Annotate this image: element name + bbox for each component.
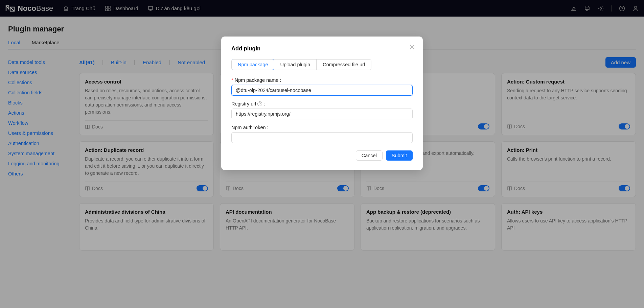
package-name-input[interactable] [231, 85, 413, 96]
label-auth-token: Npm authToken: [231, 125, 413, 130]
submit-button[interactable]: Submit [386, 150, 413, 161]
segment-npm[interactable]: Npm package [231, 59, 274, 70]
close-icon[interactable] [409, 44, 415, 51]
registry-url-input[interactable] [231, 109, 413, 119]
segment-compressed[interactable]: Compressed file url [317, 60, 371, 70]
label-package-name: * Npm package name: [231, 77, 413, 83]
segment-upload[interactable]: Upload plugin [274, 60, 317, 70]
auth-token-input[interactable] [231, 132, 413, 143]
add-plugin-modal: Add plugin Npm package Upload plugin Com… [221, 37, 423, 170]
cancel-button[interactable]: Cancel [356, 150, 383, 161]
help-icon[interactable]: ? [257, 101, 262, 106]
modal-title: Add plugin [231, 45, 413, 52]
source-segment: Npm package Upload plugin Compressed fil… [231, 59, 371, 70]
required-mark: * [231, 77, 233, 83]
label-registry-url: Registry url ?: [231, 101, 413, 106]
